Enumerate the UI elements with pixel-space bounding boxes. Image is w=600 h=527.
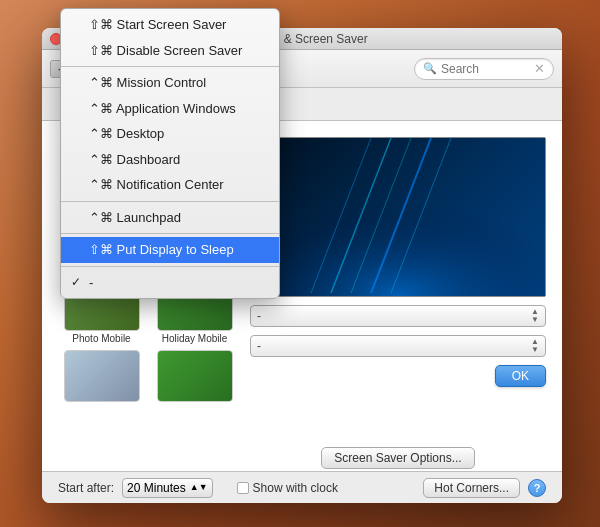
menu-item-start-screen-saver[interactable]: ⇧⌘ Start Screen Saver	[61, 12, 279, 38]
menu-separator-1	[61, 66, 279, 67]
menu-item-notification-center[interactable]: ⌃⌘ Notification Center	[61, 172, 279, 198]
start-after-label: Start after:	[58, 481, 114, 495]
menu-item-dashboard-label: ⌃⌘ Dashboard	[89, 150, 180, 170]
menu-item-dash[interactable]: -	[61, 270, 279, 296]
ok-button[interactable]: OK	[495, 365, 546, 387]
context-menu: ⇧⌘ Start Screen Saver ⇧⌘ Disable Screen …	[60, 8, 280, 299]
select-dropdown-2[interactable]: - ▲▼	[250, 335, 546, 357]
menu-item-disable-screen-saver[interactable]: ⇧⌘ Disable Screen Saver	[61, 38, 279, 64]
menu-item-desktop[interactable]: ⌃⌘ Desktop	[61, 121, 279, 147]
select-arrows-2: ▲▼	[531, 338, 539, 354]
menu-item-disable-screen-saver-label: ⇧⌘ Disable Screen Saver	[89, 41, 242, 61]
menu-item-dash-label: -	[89, 273, 93, 293]
screensaver-item-b2[interactable]	[151, 350, 238, 404]
preview-svg	[251, 138, 545, 296]
row-control-2: - ▲▼	[250, 335, 546, 357]
start-after-arrows-icon: ▲▼	[190, 483, 208, 492]
show-clock-text: Show with clock	[253, 481, 338, 495]
menu-item-launchpad-label: ⌃⌘ Launchpad	[89, 208, 181, 228]
screen-saver-options-button[interactable]: Screen Saver Options...	[321, 447, 474, 469]
menu-item-start-screen-saver-label: ⇧⌘ Start Screen Saver	[89, 15, 226, 35]
search-box[interactable]: 🔍 ✕	[414, 58, 554, 80]
menu-item-desktop-label: ⌃⌘ Desktop	[89, 124, 164, 144]
screensaver-preview	[250, 137, 546, 297]
start-after-select[interactable]: 20 Minutes ▲▼	[122, 478, 213, 498]
menu-item-notification-center-label: ⌃⌘ Notification Center	[89, 175, 224, 195]
search-icon: 🔍	[423, 62, 437, 75]
screensaver-preview-area: - ▲▼ - ▲▼ OK Screen Saver Options...	[250, 137, 546, 469]
start-after-value: 20 Minutes	[127, 481, 186, 495]
show-clock-checkbox[interactable]	[237, 482, 249, 494]
select-value-2: -	[257, 339, 261, 353]
search-clear-icon[interactable]: ✕	[534, 61, 545, 76]
menu-separator-2	[61, 201, 279, 202]
menu-separator-3	[61, 233, 279, 234]
menu-item-application-windows[interactable]: ⌃⌘ Application Windows	[61, 96, 279, 122]
help-button[interactable]: ?	[528, 479, 546, 497]
menu-item-put-display-sleep[interactable]: ⇧⌘ Put Display to Sleep	[61, 237, 279, 263]
menu-item-mission-control[interactable]: ⌃⌘ Mission Control	[61, 70, 279, 96]
svg-rect-0	[251, 138, 545, 296]
select-arrows-1: ▲▼	[531, 308, 539, 324]
menu-item-launchpad[interactable]: ⌃⌘ Launchpad	[61, 205, 279, 231]
screensaver-thumbnail-b1	[64, 350, 140, 402]
select-dropdown-1[interactable]: - ▲▼	[250, 305, 546, 327]
show-clock-label: Show with clock	[237, 481, 338, 495]
screensaver-thumbnail-b2	[157, 350, 233, 402]
row-control-1: - ▲▼	[250, 305, 546, 327]
screensaver-label-holiday: Holiday Mobile	[162, 333, 228, 344]
menu-separator-4	[61, 266, 279, 267]
screensaver-item-b1[interactable]	[58, 350, 145, 404]
search-input[interactable]	[441, 62, 531, 76]
hot-corners-button[interactable]: Hot Corners...	[423, 478, 520, 498]
menu-item-application-windows-label: ⌃⌘ Application Windows	[89, 99, 236, 119]
screensaver-label-photo: Photo Mobile	[72, 333, 130, 344]
menu-item-mission-control-label: ⌃⌘ Mission Control	[89, 73, 206, 93]
menu-item-put-display-sleep-label: ⇧⌘ Put Display to Sleep	[89, 240, 234, 260]
menu-item-dashboard[interactable]: ⌃⌘ Dashboard	[61, 147, 279, 173]
bottom-bar: Start after: 20 Minutes ▲▼ Show with clo…	[42, 471, 562, 503]
screensaver-animation	[251, 138, 545, 296]
select-value-1: -	[257, 309, 261, 323]
